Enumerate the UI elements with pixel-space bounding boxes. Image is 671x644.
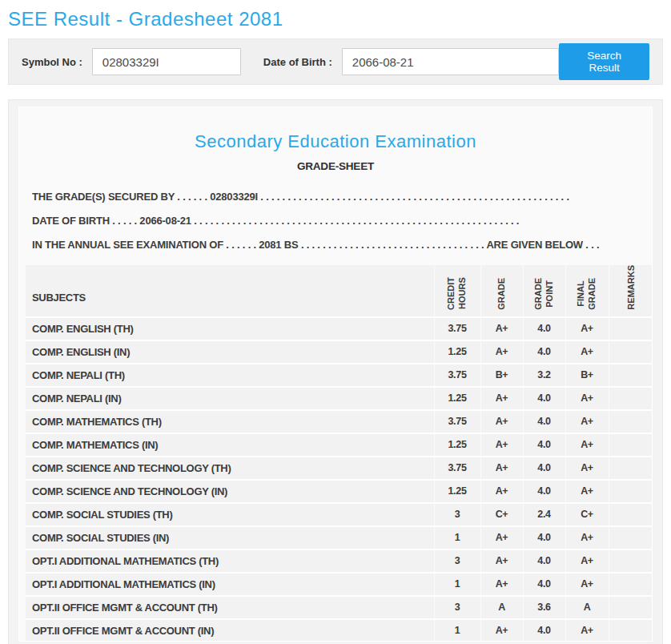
grade-cell: C+: [480, 503, 523, 526]
grade-point-cell: 3.2: [523, 364, 565, 387]
exam-year-line: IN THE ANNUAL SEE EXAMINATION OF . . . .…: [32, 233, 645, 257]
remarks-cell: [609, 549, 653, 573]
remarks-cell: [609, 387, 653, 410]
subject-cell: COMP. NEPALI (TH): [26, 364, 434, 387]
subject-cell: COMP. SCIENCE AND TECHNOLOGY (IN): [26, 480, 434, 503]
remarks-cell: [609, 317, 653, 340]
gradesheet-summary: THE GRADE(S) SECURED BY . . . . . . 0280…: [32, 185, 645, 257]
grade-cell: B+: [480, 364, 523, 387]
credit-hours-cell: 1.25: [434, 433, 480, 457]
grade-cell: A+: [480, 433, 523, 457]
result-panel: Secondary Education Examination GRADE-SH…: [8, 99, 663, 644]
table-row: COMP. SOCIAL STUDIES (IN) 1 A+ 4.0 A+: [26, 526, 653, 549]
credit-hours-cell: 3: [434, 596, 480, 619]
grade-point-cell: 4.0: [523, 317, 565, 340]
subject-cell: COMP. ENGLISH (IN): [26, 340, 434, 364]
grade-point-cell: 4.0: [523, 480, 565, 503]
final-grade-cell: A+: [565, 387, 609, 410]
grades-table: SUBJECTS CREDIT HOURS GRADE GRADE POINT …: [26, 265, 653, 642]
final-grade-cell: A+: [565, 526, 609, 549]
remarks-cell: [609, 340, 653, 364]
table-row: COMP. ENGLISH (TH) 3.75 A+ 4.0 A+: [26, 317, 653, 340]
symbol-no-input[interactable]: [92, 48, 241, 75]
search-bar: Symbol No : Date of Birth : Search Resul…: [8, 38, 663, 85]
page: SEE Result - Gradesheet 2081 Symbol No :…: [0, 0, 671, 644]
table-header-row: SUBJECTS CREDIT HOURS GRADE GRADE POINT …: [26, 265, 653, 317]
table-row: OPT.II OFFICE MGMT & ACCOUNT (IN) 1 A+ 4…: [26, 619, 653, 642]
grade-cell: A+: [480, 340, 523, 364]
final-grade-cell: A+: [565, 573, 609, 596]
grade-point-cell: 4.0: [523, 526, 565, 549]
remarks-cell: [609, 619, 653, 642]
subject-cell: COMP. NEPALI (IN): [26, 387, 434, 410]
subject-cell: COMP. ENGLISH (TH): [26, 317, 434, 340]
subject-cell: COMP. MATHEMATICS (TH): [26, 410, 434, 433]
remarks-cell: [609, 503, 653, 526]
grade-cell: A+: [480, 480, 523, 503]
remarks-cell: [609, 364, 653, 387]
grade-cell: A+: [480, 526, 523, 549]
grade-cell: A+: [480, 457, 523, 480]
gradesheet-subtitle: GRADE-SHEET: [26, 160, 645, 172]
grade-cell: A+: [480, 573, 523, 596]
table-row: OPT.I ADDITIONAL MATHEMATICS (TH) 3 A+ 4…: [26, 549, 653, 573]
final-grade-cell: B+: [565, 364, 609, 387]
credit-hours-cell: 1.25: [434, 340, 480, 364]
credit-hours-cell: 1: [434, 526, 480, 549]
subject-cell: COMP. MATHEMATICS (IN): [26, 433, 434, 457]
subject-cell: COMP. SOCIAL STUDIES (IN): [26, 526, 434, 549]
remarks-cell: [609, 433, 653, 457]
credit-hours-cell: 3.75: [434, 410, 480, 433]
grade-point-cell: 4.0: [523, 433, 565, 457]
grade-cell: A+: [480, 410, 523, 433]
date-of-birth-label: Date of Birth :: [263, 56, 332, 68]
grade-point-cell: 4.0: [523, 619, 565, 642]
grade-point-cell: 4.0: [523, 340, 565, 364]
grade-point-cell: 2.4: [523, 503, 565, 526]
subject-cell: OPT.I ADDITIONAL MATHEMATICS (IN): [26, 573, 434, 596]
subject-cell: OPT.II OFFICE MGMT & ACCOUNT (TH): [26, 596, 434, 619]
credit-hours-cell: 1.25: [434, 387, 480, 410]
grade-point-cell: 4.0: [523, 410, 565, 433]
subject-cell: OPT.II OFFICE MGMT & ACCOUNT (IN): [26, 619, 434, 642]
grades-table-body: COMP. ENGLISH (TH) 3.75 A+ 4.0 A+ COMP. …: [26, 317, 653, 642]
table-row: OPT.II OFFICE MGMT & ACCOUNT (TH) 3 A 3.…: [26, 596, 653, 619]
final-grade-cell: A+: [565, 317, 609, 340]
table-row: COMP. SCIENCE AND TECHNOLOGY (TH) 3.75 A…: [26, 457, 653, 480]
credit-hours-cell: 3.75: [434, 317, 480, 340]
table-row: COMP. MATHEMATICS (IN) 1.25 A+ 4.0 A+: [26, 433, 653, 457]
final-grade-cell: A+: [565, 549, 609, 573]
grade-point-cell: 4.0: [523, 549, 565, 573]
secured-by-line: THE GRADE(S) SECURED BY . . . . . . 0280…: [32, 185, 645, 209]
final-grade-cell: C+: [565, 503, 609, 526]
remarks-cell: [609, 480, 653, 503]
grade-point-cell: 3.6: [523, 596, 565, 619]
credit-hours-cell: 3.75: [434, 364, 480, 387]
credit-hours-cell: 3: [434, 503, 480, 526]
final-grade-cell: A: [565, 596, 609, 619]
grade-cell: A+: [480, 549, 523, 573]
grade-point-cell: 4.0: [523, 573, 565, 596]
table-row: COMP. NEPALI (TH) 3.75 B+ 3.2 B+: [26, 364, 653, 387]
remarks-cell: [609, 410, 653, 433]
date-of-birth-line: DATE OF BIRTH . . . . . 2066-08-21 . . .…: [32, 209, 645, 233]
credit-hours-cell: 1: [434, 619, 480, 642]
subject-cell: COMP. SCIENCE AND TECHNOLOGY (TH): [26, 457, 434, 480]
grade-point-cell: 4.0: [523, 387, 565, 410]
column-header-grade: GRADE: [480, 265, 523, 317]
column-header-subjects: SUBJECTS: [26, 265, 434, 317]
remarks-cell: [609, 573, 653, 596]
final-grade-cell: A+: [565, 340, 609, 364]
final-grade-cell: A+: [565, 480, 609, 503]
grade-cell: A+: [480, 387, 523, 410]
grade-cell: A+: [480, 619, 523, 642]
grade-point-cell: 4.0: [523, 457, 565, 480]
final-grade-cell: A+: [565, 433, 609, 457]
date-of-birth-input[interactable]: [342, 48, 560, 75]
column-header-credit-hours: CREDIT HOURS: [434, 265, 480, 317]
grade-cell: A+: [480, 317, 523, 340]
subject-cell: COMP. SOCIAL STUDIES (TH): [26, 503, 434, 526]
search-result-button[interactable]: Search Result: [559, 43, 649, 80]
credit-hours-cell: 3.75: [434, 457, 480, 480]
exam-title: Secondary Education Examination: [26, 131, 645, 152]
